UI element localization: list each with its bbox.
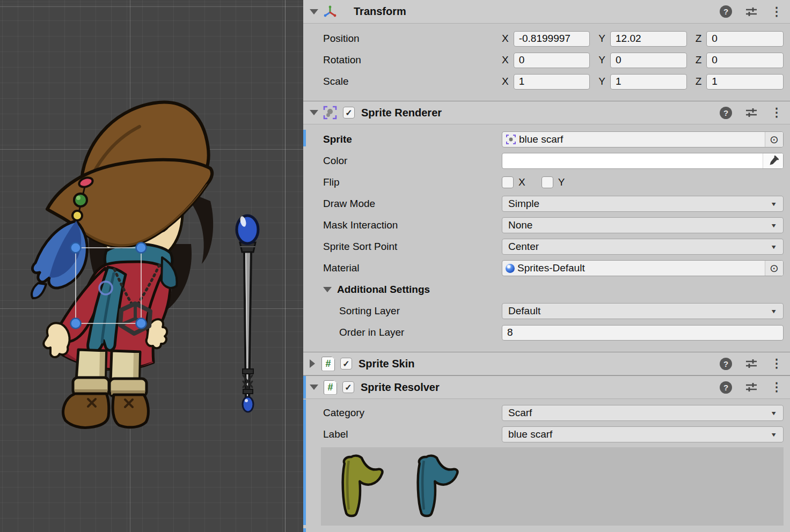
presets-icon[interactable]: [745, 359, 758, 368]
label-dropdown[interactable]: blue scarf ▼: [502, 426, 784, 442]
material-label: Material: [323, 262, 502, 274]
axis-z-label: Z: [696, 76, 702, 87]
kebab-menu-icon[interactable]: ⋮: [771, 107, 782, 119]
override-bar-resolver-header: [303, 376, 306, 398]
scale-x-input[interactable]: [514, 74, 590, 90]
scale-row: Scale X Y Z: [303, 71, 790, 92]
sprite-renderer-header[interactable]: ✓ Sprite Renderer ? ⋮: [303, 101, 790, 124]
category-label: Category: [323, 407, 502, 419]
transform-body: Position X Y Z Rotation X Y Z: [303, 24, 790, 101]
dropdown-arrow-icon: ▼: [770, 431, 777, 438]
scale-z-input[interactable]: [706, 74, 784, 90]
material-icon: [506, 264, 515, 273]
scene-view[interactable]: [0, 0, 303, 532]
character-sprite[interactable]: [32, 102, 213, 428]
sprite-sort-point-dropdown[interactable]: Center ▼: [502, 239, 784, 255]
draw-mode-dropdown[interactable]: Simple ▼: [502, 196, 784, 212]
position-y-input[interactable]: [610, 31, 687, 47]
sprite-sort-point-row: Sprite Sort Point Center ▼: [303, 236, 790, 257]
category-dropdown[interactable]: Scarf ▼: [502, 405, 784, 421]
override-bar-nub: [303, 528, 306, 532]
rotation-y-input[interactable]: [610, 53, 687, 68]
sprite-value: blue scarf: [516, 134, 563, 145]
order-in-layer-input[interactable]: [502, 325, 784, 341]
blue-scarf-thumbnail[interactable]: [401, 450, 471, 523]
presets-icon[interactable]: [745, 382, 758, 392]
sprite-renderer-icon: [323, 105, 338, 120]
sprite-object-field[interactable]: blue scarf ⊙: [502, 131, 784, 147]
presets-icon[interactable]: [745, 108, 758, 117]
rotation-z-input[interactable]: [706, 53, 784, 68]
component-enabled-checkbox[interactable]: ✓: [340, 358, 352, 370]
material-object-field[interactable]: Sprites-Default ⊙: [502, 260, 784, 276]
additional-settings-title: Additional Settings: [337, 284, 516, 295]
sorting-layer-row: Sorting Layer Default ▼: [303, 300, 790, 322]
axis-x-label: X: [502, 33, 509, 45]
position-z-input[interactable]: [706, 31, 784, 47]
eyedropper-icon[interactable]: [763, 153, 783, 168]
sprite-skin-title: Sprite Skin: [359, 358, 414, 370]
foldout-open-icon[interactable]: [310, 385, 318, 390]
help-icon[interactable]: ?: [720, 5, 732, 18]
override-bar-sprite: [303, 130, 306, 146]
sprite-row: Sprite blue scarf ⊙: [303, 129, 790, 150]
sprite-resolver-header[interactable]: # ✓ Sprite Resolver ? ⋮: [303, 375, 790, 399]
kebab-menu-icon[interactable]: ⋮: [771, 358, 782, 370]
axis-y-label: Y: [598, 54, 605, 66]
position-row: Position X Y Z: [303, 28, 790, 49]
sprite-resolver-title: Sprite Resolver: [361, 381, 440, 394]
sprite-renderer-body: Sprite blue scarf ⊙ Color: [303, 124, 790, 352]
position-label: Position: [323, 33, 502, 45]
flip-y-checkbox[interactable]: [542, 176, 553, 188]
scene-canvas[interactable]: [0, 0, 303, 532]
green-scarf-thumbnail[interactable]: [326, 450, 396, 523]
sorting-layer-label: Sorting Layer: [339, 305, 502, 317]
sprite-skin-header[interactable]: # ✓ Sprite Skin ? ⋮: [303, 352, 790, 375]
axis-y-label: Y: [598, 76, 605, 87]
sprite-renderer-title: Sprite Renderer: [361, 107, 442, 119]
foldout-closed-icon[interactable]: [310, 359, 315, 368]
label-label: Label: [323, 428, 502, 440]
order-in-layer-label: Order in Layer: [339, 327, 502, 338]
staff-sprite[interactable]: [237, 216, 258, 412]
sorting-layer-value: Default: [508, 305, 540, 317]
color-swatch[interactable]: [502, 153, 784, 169]
selection-handle-bottom-right[interactable]: [136, 319, 147, 329]
component-enabled-checkbox[interactable]: ✓: [343, 107, 355, 119]
selection-handle-top-right[interactable]: [136, 243, 147, 253]
help-icon[interactable]: ?: [720, 381, 732, 394]
kebab-menu-icon[interactable]: ⋮: [771, 6, 782, 18]
help-icon[interactable]: ?: [720, 107, 732, 119]
sorting-layer-dropdown[interactable]: Default ▼: [502, 303, 784, 319]
object-picker-icon[interactable]: ⊙: [765, 132, 783, 147]
category-value: Scarf: [508, 407, 532, 419]
mask-interaction-dropdown[interactable]: None ▼: [502, 217, 784, 233]
additional-settings-row[interactable]: Additional Settings: [303, 279, 790, 300]
help-icon[interactable]: ?: [720, 358, 732, 370]
label-value: blue scarf: [508, 428, 552, 440]
rotation-row: Rotation X Y Z: [303, 49, 790, 71]
draw-mode-value: Simple: [508, 198, 539, 210]
transform-header[interactable]: Transform ? ⋮: [303, 0, 790, 24]
foldout-open-icon[interactable]: [310, 110, 318, 115]
scale-y-input[interactable]: [610, 74, 687, 90]
dropdown-arrow-icon: ▼: [770, 410, 777, 416]
position-x-input[interactable]: [514, 31, 590, 47]
foldout-open-icon[interactable]: [323, 287, 332, 292]
selection-handle-top-left[interactable]: [71, 243, 81, 253]
rotation-x-input[interactable]: [514, 53, 590, 68]
object-picker-icon[interactable]: ⊙: [765, 261, 783, 276]
foldout-open-icon[interactable]: [310, 9, 318, 14]
flip-label: Flip: [323, 176, 502, 188]
selection-handle-bottom-left[interactable]: [71, 319, 81, 329]
axis-z-label: Z: [696, 33, 702, 45]
flip-x-checkbox[interactable]: [502, 176, 514, 188]
axis-x-label: X: [502, 54, 509, 66]
component-enabled-checkbox[interactable]: ✓: [342, 381, 354, 393]
kebab-menu-icon[interactable]: ⋮: [771, 381, 782, 393]
flip-x-label: X: [518, 176, 525, 188]
axis-z-label: Z: [696, 54, 702, 66]
dropdown-arrow-icon: ▼: [770, 308, 777, 314]
presets-icon[interactable]: [745, 7, 758, 17]
mask-interaction-label: Mask Interaction: [323, 219, 502, 231]
